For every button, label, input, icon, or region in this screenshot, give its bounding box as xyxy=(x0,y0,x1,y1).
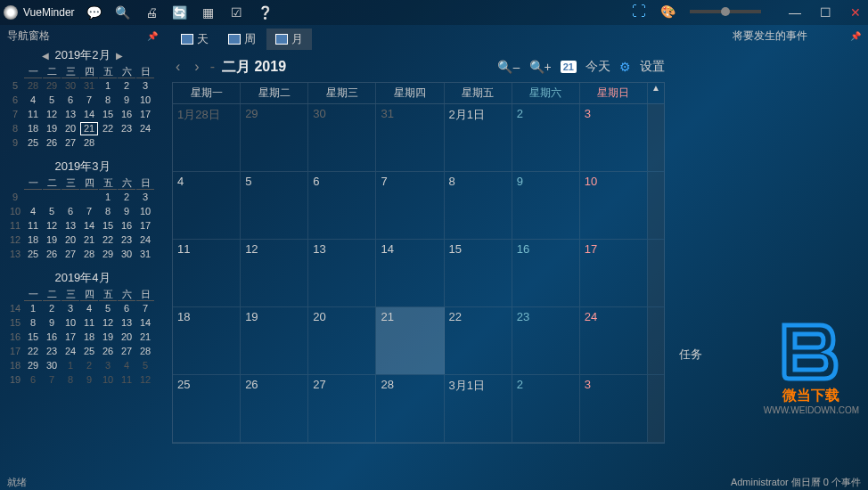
pin-icon[interactable]: 📌 xyxy=(147,31,158,41)
speech-icon[interactable]: 💬 xyxy=(82,3,107,22)
calendar-cell[interactable]: 7 xyxy=(376,172,444,239)
mini-day[interactable]: 16 xyxy=(118,108,135,121)
mini-day[interactable]: 31 xyxy=(80,79,98,93)
mini-day[interactable]: 19 xyxy=(43,122,61,135)
calendar-cell[interactable]: 22 xyxy=(445,307,512,374)
mini-day[interactable] xyxy=(136,136,154,150)
mini-day[interactable]: 1 xyxy=(24,302,42,315)
mini-day[interactable]: 17 xyxy=(61,331,79,344)
mini-day[interactable]: 30 xyxy=(118,248,135,261)
mini-day[interactable]: 15 xyxy=(99,219,117,233)
mini-prev-icon[interactable]: ◀ xyxy=(42,51,49,61)
mini-day[interactable]: 10 xyxy=(99,373,117,387)
mini-day[interactable]: 9 xyxy=(43,316,61,330)
calendar-cell[interactable]: 5 xyxy=(241,172,308,239)
mini-day[interactable]: 8 xyxy=(61,373,79,387)
scrollbar[interactable] xyxy=(648,375,664,442)
mini-day[interactable]: 5 xyxy=(99,302,117,315)
calendar-cell[interactable]: 16 xyxy=(512,240,580,306)
calendar-cell[interactable]: 25 xyxy=(173,375,241,442)
zoom-slider[interactable] xyxy=(690,10,761,13)
today-button[interactable]: 今天 xyxy=(585,59,610,75)
calendar-cell[interactable]: 23 xyxy=(512,307,580,374)
zoom-in-icon[interactable]: 🔍+ xyxy=(529,60,552,74)
mini-day[interactable]: 25 xyxy=(80,345,98,358)
mini-day[interactable]: 6 xyxy=(118,302,135,315)
mini-day[interactable]: 10 xyxy=(61,316,79,330)
mini-day[interactable]: 26 xyxy=(43,248,61,261)
calendar-cell[interactable]: 4 xyxy=(173,172,241,239)
mini-day[interactable]: 21 xyxy=(80,233,98,247)
mini-next-icon[interactable]: ▶ xyxy=(116,51,123,61)
mini-day[interactable]: 24 xyxy=(136,122,154,135)
mini-day[interactable]: 10 xyxy=(136,94,154,107)
mini-day[interactable]: 12 xyxy=(43,108,61,121)
mini-day[interactable]: 13 xyxy=(118,316,135,330)
pin-icon[interactable]: 📌 xyxy=(850,31,861,41)
calendar-cell[interactable]: 3 xyxy=(580,104,648,171)
mini-day[interactable]: 5 xyxy=(43,205,61,218)
calendar-cell[interactable]: 9 xyxy=(512,172,580,239)
mini-day[interactable]: 3 xyxy=(99,359,117,372)
mini-day[interactable]: 27 xyxy=(118,345,135,358)
settings-button[interactable]: 设置 xyxy=(640,59,665,75)
help-icon[interactable]: ❔ xyxy=(253,3,278,22)
calendar-cell[interactable]: 30 xyxy=(308,104,376,171)
mini-day[interactable]: 17 xyxy=(136,108,154,121)
mini-day[interactable]: 15 xyxy=(99,108,117,121)
grid-icon[interactable]: ▦ xyxy=(196,3,221,22)
calendar-cell[interactable]: 14 xyxy=(376,240,444,306)
mini-day[interactable]: 7 xyxy=(43,373,61,387)
mini-day[interactable]: 22 xyxy=(99,233,117,247)
mini-day[interactable]: 21 xyxy=(80,122,98,135)
mini-day[interactable]: 8 xyxy=(24,316,42,330)
mini-day[interactable]: 4 xyxy=(24,205,42,218)
calendar-cell[interactable]: 13 xyxy=(308,240,376,306)
crop-icon[interactable]: ⛶ xyxy=(632,4,646,20)
mini-day[interactable]: 25 xyxy=(24,248,42,261)
mini-day[interactable]: 25 xyxy=(24,136,42,150)
gear-icon[interactable]: ⚙ xyxy=(619,60,631,74)
mini-day[interactable]: 14 xyxy=(80,219,98,233)
mini-day[interactable] xyxy=(99,136,117,150)
calendar-cell[interactable]: 11 xyxy=(173,240,241,306)
mini-day[interactable]: 26 xyxy=(43,136,61,150)
mini-day[interactable]: 3 xyxy=(136,79,154,93)
scrollbar[interactable] xyxy=(648,104,664,171)
mini-day[interactable]: 29 xyxy=(24,359,42,372)
mini-day[interactable]: 14 xyxy=(136,316,154,330)
mini-day[interactable]: 20 xyxy=(61,122,79,135)
mini-day[interactable]: 27 xyxy=(61,136,79,150)
palette-icon[interactable]: 🎨 xyxy=(660,4,676,19)
mini-day[interactable]: 24 xyxy=(136,233,154,247)
mini-day[interactable]: 6 xyxy=(61,205,79,218)
calendar-cell[interactable]: 2 xyxy=(512,104,580,171)
maximize-button[interactable]: ☐ xyxy=(816,4,834,21)
mini-day[interactable]: 1 xyxy=(61,359,79,372)
mini-day[interactable]: 4 xyxy=(80,302,98,315)
mini-day[interactable]: 6 xyxy=(61,94,79,107)
calendar-cell[interactable]: 20 xyxy=(308,307,376,374)
mini-day[interactable]: 28 xyxy=(80,248,98,261)
mini-day[interactable]: 3 xyxy=(61,302,79,315)
mini-day[interactable]: 14 xyxy=(80,108,98,121)
today-date-badge[interactable]: 21 xyxy=(561,61,577,73)
mini-day[interactable]: 1 xyxy=(99,191,117,204)
mini-day[interactable]: 29 xyxy=(43,79,61,93)
calendar-cell[interactable]: 10 xyxy=(580,172,648,239)
mini-day[interactable]: 9 xyxy=(118,205,135,218)
calendar-cell[interactable]: 27 xyxy=(308,375,376,442)
checklist-icon[interactable]: ☑ xyxy=(225,3,250,22)
calendar-cell[interactable]: 28 xyxy=(376,375,444,442)
calendar-cell[interactable]: 3 xyxy=(580,375,648,442)
calendar-cell[interactable]: 6 xyxy=(308,172,376,239)
mini-day[interactable]: 27 xyxy=(61,248,79,261)
mini-day[interactable]: 28 xyxy=(136,345,154,358)
mini-day[interactable]: 24 xyxy=(61,345,79,358)
view-tab-天[interactable]: 天 xyxy=(172,29,217,50)
mini-day[interactable]: 23 xyxy=(118,233,135,247)
print-icon[interactable]: 🖨 xyxy=(139,3,164,22)
mini-day[interactable]: 23 xyxy=(43,345,61,358)
mini-day[interactable]: 4 xyxy=(118,359,135,372)
mini-day[interactable]: 23 xyxy=(118,122,135,135)
